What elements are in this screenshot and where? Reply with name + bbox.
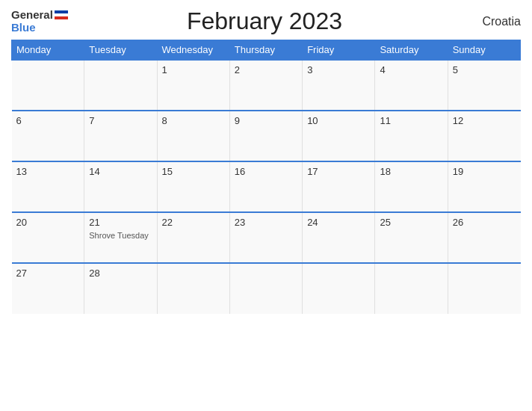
day-cell: 12: [448, 111, 520, 161]
day-number: 6: [16, 115, 80, 126]
col-tuesday: Tuesday: [84, 40, 157, 61]
day-event: Shrove Tuesday: [89, 231, 149, 240]
day-cell: 14: [84, 161, 157, 212]
col-monday: Monday: [12, 40, 84, 61]
calendar-header: Monday Tuesday Wednesday Thursday Friday…: [12, 40, 521, 61]
svg-rect-2: [55, 16, 68, 19]
day-cell: 1: [157, 60, 229, 111]
day-number: 23: [235, 217, 297, 228]
day-cell: [303, 263, 375, 314]
day-number: 10: [307, 115, 370, 126]
col-sunday: Sunday: [448, 40, 520, 61]
col-saturday: Saturday: [375, 40, 448, 61]
day-cell: 13: [12, 161, 84, 212]
day-cell: 22: [157, 212, 229, 263]
day-cell: 23: [229, 212, 302, 263]
day-cell: [84, 60, 157, 111]
day-number: 4: [380, 64, 442, 75]
calendar-table: Monday Tuesday Wednesday Thursday Friday…: [11, 40, 521, 314]
day-number: 19: [453, 166, 516, 177]
day-number: 22: [162, 217, 225, 228]
week-row-1: 12345: [12, 60, 521, 111]
day-number: 1: [162, 64, 225, 75]
day-number: 8: [162, 115, 225, 126]
day-number: 3: [307, 64, 370, 75]
svg-rect-1: [55, 13, 68, 16]
calendar-title: February 2023: [68, 7, 461, 35]
day-cell: 4: [375, 60, 448, 111]
day-number: 24: [307, 217, 370, 228]
day-number: 27: [16, 268, 80, 279]
day-cell: 27: [12, 263, 84, 314]
day-cell: [375, 263, 448, 314]
day-number: 25: [380, 217, 442, 228]
week-row-2: 6789101112: [12, 111, 521, 161]
week-row-4: 2021Shrove Tuesday2223242526: [12, 212, 521, 263]
day-number: 16: [235, 166, 297, 177]
col-thursday: Thursday: [229, 40, 302, 61]
day-cell: 18: [375, 161, 448, 212]
day-cell: [157, 263, 229, 314]
col-wednesday: Wednesday: [157, 40, 229, 61]
day-cell: [448, 263, 520, 314]
day-cell: 28: [84, 263, 157, 314]
day-cell: 6: [12, 111, 84, 161]
day-number: 2: [235, 64, 297, 75]
day-cell: 5: [448, 60, 520, 111]
day-number: 21: [89, 217, 152, 228]
logo-general-text: General: [11, 9, 53, 22]
day-cell: 16: [229, 161, 302, 212]
day-number: 14: [89, 166, 152, 177]
country-label: Croatia: [461, 15, 521, 28]
day-cell: 19: [448, 161, 520, 212]
day-cell: 2: [229, 60, 302, 111]
calendar-body: 123456789101112131415161718192021Shrove …: [12, 60, 521, 314]
day-cell: 17: [303, 161, 375, 212]
day-cell: [12, 60, 84, 111]
day-number: 26: [453, 217, 516, 228]
header: General Blue February 2023 Croatia: [11, 7, 521, 35]
day-cell: 9: [229, 111, 302, 161]
day-number: 20: [16, 217, 80, 228]
day-number: 17: [307, 166, 370, 177]
day-cell: 10: [303, 111, 375, 161]
day-number: 18: [380, 166, 442, 177]
week-row-3: 13141516171819: [12, 161, 521, 212]
col-friday: Friday: [303, 40, 375, 61]
week-row-5: 2728: [12, 263, 521, 314]
day-cell: [229, 263, 302, 314]
day-cell: 21Shrove Tuesday: [84, 212, 157, 263]
day-number: 15: [162, 166, 225, 177]
day-number: 12: [453, 115, 516, 126]
day-cell: 3: [303, 60, 375, 111]
day-cell: 26: [448, 212, 520, 263]
day-cell: 20: [12, 212, 84, 263]
day-number: 5: [453, 64, 516, 75]
day-number: 28: [89, 268, 152, 279]
day-cell: 7: [84, 111, 157, 161]
day-number: 7: [89, 115, 152, 126]
day-cell: 25: [375, 212, 448, 263]
logo-blue-text: Blue: [11, 22, 68, 34]
day-number: 11: [380, 115, 442, 126]
calendar-page: General Blue February 2023 Croatia Monda…: [0, 0, 532, 411]
days-row: Monday Tuesday Wednesday Thursday Friday…: [12, 40, 521, 61]
day-cell: 11: [375, 111, 448, 161]
day-number: 13: [16, 166, 80, 177]
logo: General Blue: [11, 9, 68, 34]
svg-rect-0: [55, 10, 68, 13]
day-cell: 24: [303, 212, 375, 263]
day-cell: 8: [157, 111, 229, 161]
logo-flag-icon: [55, 10, 68, 19]
day-cell: 15: [157, 161, 229, 212]
day-number: 9: [235, 115, 297, 126]
